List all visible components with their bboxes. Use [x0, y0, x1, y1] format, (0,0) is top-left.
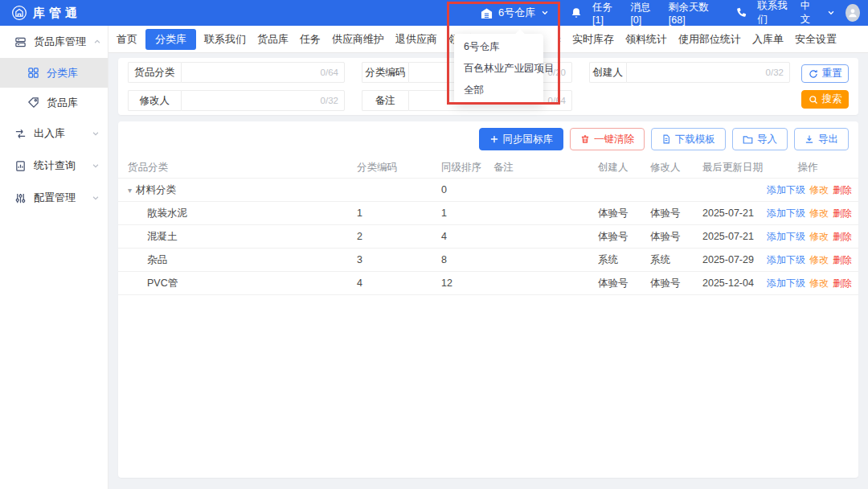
logo-house-icon	[11, 5, 27, 21]
cell-modifier: 系统	[650, 253, 702, 267]
modifier-input[interactable]	[182, 91, 321, 110]
tab-安全设置[interactable]: 安全设置	[789, 26, 842, 53]
messages-link[interactable]: 消息 [0]	[630, 1, 657, 26]
chevron-up-icon	[93, 38, 101, 46]
column-header-分类编码: 分类编码	[357, 161, 441, 175]
add-child-link[interactable]: 添加下级	[767, 207, 805, 220]
category-table-panel: 同步国标库 一键清除 下载模板 导入 导出	[118, 121, 858, 478]
tab-入库单[interactable]: 入库单	[747, 26, 789, 53]
warehouse-option-全部[interactable]: 全部	[454, 80, 543, 101]
filter-label-creator: 创建人	[589, 62, 626, 83]
warehouse-selector[interactable]: 6号仓库	[481, 0, 549, 26]
tab-联系我们[interactable]: 联系我们	[199, 26, 252, 53]
contact-us-link[interactable]: 联系我们	[757, 0, 790, 27]
column-header-最后更新日期: 最后更新日期	[702, 161, 767, 175]
top-header: 库管通 6号仓库 任务 [1] 消息 [0] 剩余天数[68] 联系我们 中文	[0, 0, 868, 26]
cell-date: 2025-07-21	[702, 208, 767, 219]
table-body: ▾材料分类0添加下级修改删除散装水泥11体验号体验号2025-07-21添加下级…	[118, 179, 858, 295]
tab-使用部位统计[interactable]: 使用部位统计	[673, 26, 747, 53]
tab-实时库存[interactable]: 实时库存	[567, 26, 620, 53]
tasks-link[interactable]: 任务 [1]	[592, 1, 620, 26]
edit-link[interactable]: 修改	[809, 207, 829, 220]
language-chevron-down-icon[interactable]	[827, 9, 835, 17]
delete-link[interactable]: 删除	[833, 183, 852, 197]
sidebar-item-统计查询[interactable]: 统计查询	[0, 150, 108, 182]
add-child-link[interactable]: 添加下级	[767, 230, 805, 244]
download-template-button[interactable]: 下载模板	[651, 128, 726, 150]
column-header-创建人: 创建人	[598, 161, 650, 175]
import-button-label: 导入	[757, 133, 777, 146]
table-toolbar: 同步国标库 一键清除 下载模板 导入 导出	[118, 121, 858, 155]
edit-link[interactable]: 修改	[809, 230, 829, 244]
goods-category-input[interactable]	[182, 63, 321, 82]
add-child-link[interactable]: 添加下级	[767, 183, 805, 197]
tab-首页[interactable]: 首页	[111, 26, 143, 53]
cell-modifier: 体验号	[650, 277, 702, 290]
import-button[interactable]: 导入	[732, 128, 788, 150]
avatar[interactable]	[845, 4, 860, 22]
warehouse-option-6号仓库[interactable]: 6号仓库	[454, 36, 543, 58]
transfer-icon	[14, 128, 27, 140]
tab-任务[interactable]: 任务	[294, 26, 326, 53]
filter-inputbox-modifier: 0/32	[181, 90, 345, 111]
reset-button[interactable]: 重置	[801, 64, 849, 83]
category-table: 货品分类分类编码同级排序备注创建人修改人最后更新日期操作 ▾材料分类0添加下级修…	[118, 157, 858, 295]
sidebar-item-label: 统计查询	[34, 158, 84, 173]
filter-group-creator: 创建人0/32	[589, 62, 790, 83]
sidebar: 货品库管理分类库货品库出入库统计查询配置管理	[0, 26, 108, 489]
filter-inputbox-goods-category: 0/64	[181, 62, 345, 83]
cell-code: 2	[357, 231, 441, 242]
sync-national-db-button[interactable]: 同步国标库	[479, 128, 564, 150]
report-icon	[14, 160, 27, 172]
phone-icon	[735, 7, 747, 18]
cell-actions: 添加下级修改删除	[767, 277, 852, 290]
search-button[interactable]: 搜索	[801, 90, 849, 109]
cell-code: 4	[357, 277, 441, 289]
add-child-link[interactable]: 添加下级	[767, 253, 805, 267]
delete-link[interactable]: 删除	[833, 253, 852, 267]
sidebar-item-货品库管理[interactable]: 货品库管理	[0, 26, 108, 58]
cell-category-name: PVC管	[128, 277, 357, 290]
clear-all-button[interactable]: 一键清除	[570, 128, 645, 150]
tab-领料统计[interactable]: 领料统计	[620, 26, 673, 53]
export-button[interactable]: 导出	[794, 128, 849, 150]
sidebar-item-出入库[interactable]: 出入库	[0, 117, 108, 150]
column-header-修改人: 修改人	[650, 161, 702, 175]
sidebar-item-分类库[interactable]: 分类库	[0, 58, 108, 88]
cell-creator: 系统	[598, 253, 650, 267]
add-child-link[interactable]: 添加下级	[767, 277, 805, 290]
table-row: ▾材料分类0添加下级修改删除	[118, 179, 858, 202]
grid-icon	[27, 67, 39, 79]
column-header-货品分类: 货品分类	[128, 161, 357, 175]
bell-icon[interactable]	[571, 7, 582, 18]
days-left-badge: 剩余天数[68]	[669, 1, 715, 26]
delete-link[interactable]: 删除	[833, 277, 852, 290]
cell-actions: 添加下级修改删除	[767, 230, 852, 244]
edit-link[interactable]: 修改	[809, 183, 829, 197]
cell-category-name: 散装水泥	[128, 207, 357, 220]
sidebar-item-配置管理[interactable]: 配置管理	[0, 182, 108, 214]
tab-供应商维护[interactable]: 供应商维护	[326, 26, 390, 53]
tab-货品库[interactable]: 货品库	[252, 26, 294, 53]
search-icon	[809, 95, 818, 105]
creator-input[interactable]	[627, 63, 766, 82]
cell-date: 2025-12-04	[702, 277, 767, 289]
language-selector[interactable]: 中文	[800, 0, 817, 27]
tab-退供应商[interactable]: 退供应商	[390, 26, 443, 53]
tab-分类库[interactable]: 分类库	[145, 29, 196, 50]
table-row: PVC管412体验号体验号2025-12-04添加下级修改删除	[118, 272, 858, 295]
chevron-down-icon	[541, 9, 549, 17]
template-button-label: 下载模板	[675, 133, 715, 146]
edit-link[interactable]: 修改	[809, 253, 829, 267]
char-counter: 0/32	[321, 96, 338, 105]
warehouse-dropdown: 6号仓库百色林业产业园项目全部	[454, 34, 543, 104]
char-counter: 0/64	[548, 96, 566, 105]
delete-link[interactable]: 删除	[833, 207, 852, 220]
delete-link[interactable]: 删除	[833, 230, 852, 244]
edit-link[interactable]: 修改	[809, 277, 829, 290]
expand-caret-icon[interactable]: ▾	[128, 186, 132, 195]
char-counter: 0/32	[766, 68, 784, 77]
sidebar-item-货品库[interactable]: 货品库	[0, 88, 108, 117]
sidebar-item-label: 配置管理	[34, 191, 84, 205]
warehouse-option-百色林业产业园项目[interactable]: 百色林业产业园项目	[454, 58, 543, 80]
